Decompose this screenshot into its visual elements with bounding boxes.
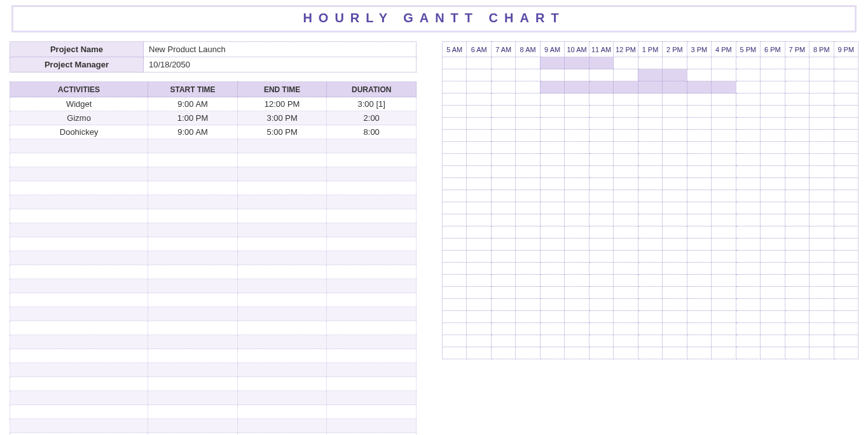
gantt-cell[interactable] (736, 130, 760, 142)
activity-name[interactable]: Gizmo (10, 111, 148, 125)
gantt-cell[interactable] (443, 226, 467, 238)
gantt-cell[interactable] (736, 214, 760, 226)
gantt-cell[interactable] (761, 263, 785, 275)
activity-row-empty[interactable] (10, 195, 417, 209)
gantt-cell[interactable] (809, 57, 834, 69)
gantt-cell[interactable] (785, 263, 809, 275)
gantt-cell[interactable] (589, 154, 613, 166)
gantt-cell[interactable] (834, 202, 858, 214)
gantt-cell[interactable] (638, 142, 662, 154)
activity-row[interactable]: Doohickey9:00 AM5:00 PM8:00 (10, 125, 417, 139)
gantt-cell[interactable] (663, 118, 687, 130)
gantt-cell[interactable] (785, 275, 809, 287)
gantt-cell[interactable] (663, 154, 687, 166)
gantt-cell[interactable] (687, 130, 711, 142)
gantt-cell[interactable] (516, 166, 540, 178)
gantt-cell[interactable] (540, 299, 564, 311)
gantt-bar-cell[interactable] (589, 81, 613, 93)
gantt-cell[interactable] (516, 251, 540, 263)
gantt-cell[interactable] (467, 238, 491, 251)
gantt-cell[interactable] (443, 130, 467, 142)
gantt-cell[interactable] (834, 214, 858, 226)
gantt-cell[interactable] (589, 226, 613, 238)
gantt-cell[interactable] (614, 118, 638, 130)
gantt-cell[interactable] (638, 263, 662, 275)
activity-row-empty[interactable] (10, 279, 417, 293)
gantt-cell[interactable] (712, 190, 736, 202)
gantt-cell[interactable] (565, 287, 589, 299)
gantt-cell[interactable] (761, 106, 785, 118)
gantt-cell[interactable] (516, 69, 540, 81)
gantt-cell[interactable] (614, 226, 638, 238)
gantt-cell[interactable] (663, 347, 687, 359)
gantt-cell[interactable] (443, 287, 467, 299)
gantt-cell[interactable] (540, 263, 564, 275)
gantt-cell[interactable] (467, 178, 491, 190)
activity-start[interactable]: 9:00 AM (148, 97, 238, 111)
gantt-cell[interactable] (663, 287, 687, 299)
gantt-cell[interactable] (809, 287, 834, 299)
gantt-cell[interactable] (491, 178, 515, 190)
activity-row-empty[interactable] (10, 153, 417, 167)
gantt-cell[interactable] (516, 238, 540, 251)
gantt-cell[interactable] (736, 81, 760, 93)
gantt-cell[interactable] (712, 311, 736, 323)
gantt-cell[interactable] (589, 93, 613, 106)
gantt-cell[interactable] (467, 57, 491, 69)
gantt-cell[interactable] (467, 287, 491, 299)
gantt-cell[interactable] (491, 166, 515, 178)
activity-end[interactable]: 5:00 PM (237, 125, 327, 139)
gantt-cell[interactable] (761, 142, 785, 154)
gantt-cell[interactable] (809, 238, 834, 251)
gantt-cell[interactable] (785, 287, 809, 299)
gantt-cell[interactable] (834, 335, 858, 347)
activity-row-empty[interactable] (10, 307, 417, 321)
gantt-cell[interactable] (736, 299, 760, 311)
gantt-cell[interactable] (565, 202, 589, 214)
gantt-cell[interactable] (712, 154, 736, 166)
gantt-cell[interactable] (614, 335, 638, 347)
gantt-cell[interactable] (638, 226, 662, 238)
gantt-cell[interactable] (736, 323, 760, 335)
gantt-cell[interactable] (712, 335, 736, 347)
gantt-cell[interactable] (663, 57, 687, 69)
gantt-cell[interactable] (443, 154, 467, 166)
activity-row-empty[interactable] (10, 251, 417, 265)
gantt-cell[interactable] (638, 238, 662, 251)
gantt-cell[interactable] (443, 323, 467, 335)
gantt-cell[interactable] (443, 311, 467, 323)
gantt-cell[interactable] (589, 106, 613, 118)
activity-row-empty[interactable] (10, 167, 417, 181)
gantt-cell[interactable] (809, 299, 834, 311)
gantt-cell[interactable] (736, 57, 760, 69)
activity-name[interactable]: Widget (10, 97, 148, 111)
gantt-cell[interactable] (761, 335, 785, 347)
project-name-value[interactable]: New Product Launch (144, 42, 417, 57)
gantt-cell[interactable] (834, 166, 858, 178)
gantt-cell[interactable] (614, 190, 638, 202)
gantt-cell[interactable] (761, 214, 785, 226)
gantt-cell[interactable] (638, 93, 662, 106)
gantt-cell[interactable] (589, 202, 613, 214)
gantt-cell[interactable] (614, 57, 638, 69)
gantt-cell[interactable] (712, 57, 736, 69)
gantt-cell[interactable] (491, 275, 515, 287)
gantt-cell[interactable] (834, 81, 858, 93)
gantt-cell[interactable] (614, 323, 638, 335)
gantt-cell[interactable] (687, 166, 711, 178)
gantt-cell[interactable] (834, 251, 858, 263)
gantt-cell[interactable] (565, 251, 589, 263)
gantt-cell[interactable] (785, 251, 809, 263)
gantt-cell[interactable] (687, 154, 711, 166)
gantt-cell[interactable] (761, 118, 785, 130)
gantt-cell[interactable] (663, 311, 687, 323)
gantt-cell[interactable] (785, 166, 809, 178)
gantt-cell[interactable] (761, 238, 785, 251)
gantt-cell[interactable] (687, 178, 711, 190)
gantt-cell[interactable] (785, 130, 809, 142)
gantt-cell[interactable] (736, 275, 760, 287)
gantt-cell[interactable] (785, 226, 809, 238)
gantt-cell[interactable] (687, 69, 711, 81)
gantt-cell[interactable] (785, 214, 809, 226)
gantt-cell[interactable] (516, 130, 540, 142)
